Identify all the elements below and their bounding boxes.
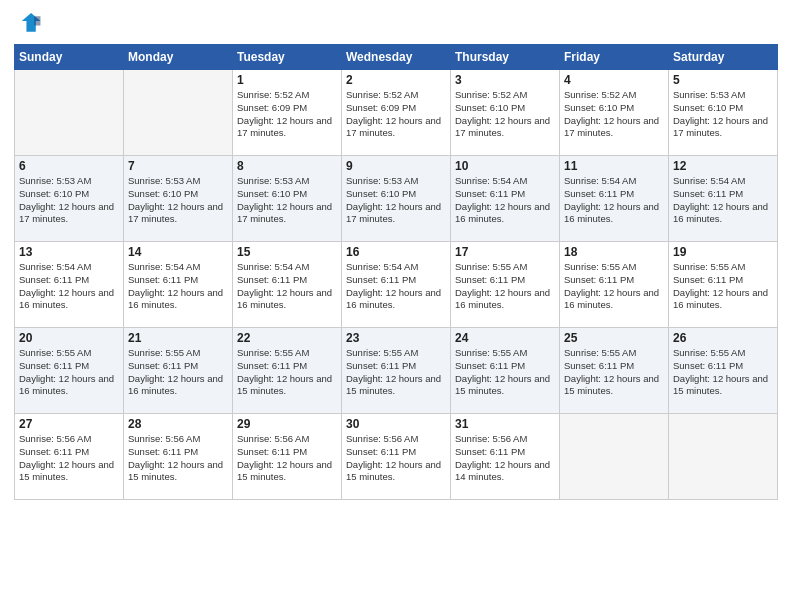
- day-number: 13: [19, 245, 119, 259]
- calendar-cell: 21Sunrise: 5:55 AMSunset: 6:11 PMDayligh…: [124, 328, 233, 414]
- logo: [14, 10, 46, 38]
- day-number: 19: [673, 245, 773, 259]
- calendar-cell: 29Sunrise: 5:56 AMSunset: 6:11 PMDayligh…: [233, 414, 342, 500]
- day-number: 16: [346, 245, 446, 259]
- calendar-cell: 22Sunrise: 5:55 AMSunset: 6:11 PMDayligh…: [233, 328, 342, 414]
- day-number: 1: [237, 73, 337, 87]
- day-number: 9: [346, 159, 446, 173]
- calendar-cell: 1Sunrise: 5:52 AMSunset: 6:09 PMDaylight…: [233, 70, 342, 156]
- day-info: Sunrise: 5:53 AMSunset: 6:10 PMDaylight:…: [673, 89, 773, 140]
- day-info: Sunrise: 5:56 AMSunset: 6:11 PMDaylight:…: [237, 433, 337, 484]
- col-header-monday: Monday: [124, 45, 233, 70]
- calendar-cell: 30Sunrise: 5:56 AMSunset: 6:11 PMDayligh…: [342, 414, 451, 500]
- day-info: Sunrise: 5:53 AMSunset: 6:10 PMDaylight:…: [237, 175, 337, 226]
- day-number: 26: [673, 331, 773, 345]
- day-number: 12: [673, 159, 773, 173]
- day-info: Sunrise: 5:54 AMSunset: 6:11 PMDaylight:…: [19, 261, 119, 312]
- day-number: 22: [237, 331, 337, 345]
- day-info: Sunrise: 5:55 AMSunset: 6:11 PMDaylight:…: [564, 261, 664, 312]
- day-info: Sunrise: 5:54 AMSunset: 6:11 PMDaylight:…: [455, 175, 555, 226]
- day-info: Sunrise: 5:55 AMSunset: 6:11 PMDaylight:…: [564, 347, 664, 398]
- day-number: 10: [455, 159, 555, 173]
- calendar-cell: 15Sunrise: 5:54 AMSunset: 6:11 PMDayligh…: [233, 242, 342, 328]
- calendar-cell: 19Sunrise: 5:55 AMSunset: 6:11 PMDayligh…: [669, 242, 778, 328]
- calendar-cell: 14Sunrise: 5:54 AMSunset: 6:11 PMDayligh…: [124, 242, 233, 328]
- col-header-tuesday: Tuesday: [233, 45, 342, 70]
- calendar-cell: 7Sunrise: 5:53 AMSunset: 6:10 PMDaylight…: [124, 156, 233, 242]
- calendar-cell: 24Sunrise: 5:55 AMSunset: 6:11 PMDayligh…: [451, 328, 560, 414]
- day-number: 30: [346, 417, 446, 431]
- calendar-header-row: SundayMondayTuesdayWednesdayThursdayFrid…: [15, 45, 778, 70]
- day-number: 27: [19, 417, 119, 431]
- day-info: Sunrise: 5:54 AMSunset: 6:11 PMDaylight:…: [564, 175, 664, 226]
- day-number: 17: [455, 245, 555, 259]
- calendar-cell: 5Sunrise: 5:53 AMSunset: 6:10 PMDaylight…: [669, 70, 778, 156]
- svg-marker-1: [34, 16, 40, 25]
- day-info: Sunrise: 5:52 AMSunset: 6:10 PMDaylight:…: [455, 89, 555, 140]
- col-header-thursday: Thursday: [451, 45, 560, 70]
- calendar-cell: 17Sunrise: 5:55 AMSunset: 6:11 PMDayligh…: [451, 242, 560, 328]
- calendar-cell: 25Sunrise: 5:55 AMSunset: 6:11 PMDayligh…: [560, 328, 669, 414]
- day-number: 15: [237, 245, 337, 259]
- calendar-cell: 2Sunrise: 5:52 AMSunset: 6:09 PMDaylight…: [342, 70, 451, 156]
- day-info: Sunrise: 5:53 AMSunset: 6:10 PMDaylight:…: [346, 175, 446, 226]
- day-info: Sunrise: 5:56 AMSunset: 6:11 PMDaylight:…: [19, 433, 119, 484]
- calendar-week-1: 1Sunrise: 5:52 AMSunset: 6:09 PMDaylight…: [15, 70, 778, 156]
- day-number: 11: [564, 159, 664, 173]
- calendar-cell: 27Sunrise: 5:56 AMSunset: 6:11 PMDayligh…: [15, 414, 124, 500]
- calendar-cell: 26Sunrise: 5:55 AMSunset: 6:11 PMDayligh…: [669, 328, 778, 414]
- calendar-cell: [669, 414, 778, 500]
- day-number: 18: [564, 245, 664, 259]
- day-number: 21: [128, 331, 228, 345]
- calendar-week-2: 6Sunrise: 5:53 AMSunset: 6:10 PMDaylight…: [15, 156, 778, 242]
- day-info: Sunrise: 5:52 AMSunset: 6:09 PMDaylight:…: [237, 89, 337, 140]
- calendar-week-5: 27Sunrise: 5:56 AMSunset: 6:11 PMDayligh…: [15, 414, 778, 500]
- calendar-week-3: 13Sunrise: 5:54 AMSunset: 6:11 PMDayligh…: [15, 242, 778, 328]
- day-number: 4: [564, 73, 664, 87]
- calendar-cell: 28Sunrise: 5:56 AMSunset: 6:11 PMDayligh…: [124, 414, 233, 500]
- day-info: Sunrise: 5:55 AMSunset: 6:11 PMDaylight:…: [346, 347, 446, 398]
- calendar-week-4: 20Sunrise: 5:55 AMSunset: 6:11 PMDayligh…: [15, 328, 778, 414]
- day-number: 7: [128, 159, 228, 173]
- calendar-cell: 23Sunrise: 5:55 AMSunset: 6:11 PMDayligh…: [342, 328, 451, 414]
- day-number: 6: [19, 159, 119, 173]
- calendar-cell: [124, 70, 233, 156]
- day-info: Sunrise: 5:54 AMSunset: 6:11 PMDaylight:…: [128, 261, 228, 312]
- day-info: Sunrise: 5:52 AMSunset: 6:10 PMDaylight:…: [564, 89, 664, 140]
- calendar-cell: 4Sunrise: 5:52 AMSunset: 6:10 PMDaylight…: [560, 70, 669, 156]
- day-info: Sunrise: 5:55 AMSunset: 6:11 PMDaylight:…: [128, 347, 228, 398]
- day-number: 29: [237, 417, 337, 431]
- day-info: Sunrise: 5:52 AMSunset: 6:09 PMDaylight:…: [346, 89, 446, 140]
- calendar-cell: [15, 70, 124, 156]
- day-number: 24: [455, 331, 555, 345]
- day-number: 31: [455, 417, 555, 431]
- day-info: Sunrise: 5:53 AMSunset: 6:10 PMDaylight:…: [19, 175, 119, 226]
- day-info: Sunrise: 5:55 AMSunset: 6:11 PMDaylight:…: [455, 347, 555, 398]
- day-number: 25: [564, 331, 664, 345]
- calendar-cell: 8Sunrise: 5:53 AMSunset: 6:10 PMDaylight…: [233, 156, 342, 242]
- day-number: 5: [673, 73, 773, 87]
- day-info: Sunrise: 5:55 AMSunset: 6:11 PMDaylight:…: [19, 347, 119, 398]
- day-info: Sunrise: 5:55 AMSunset: 6:11 PMDaylight:…: [673, 347, 773, 398]
- col-header-wednesday: Wednesday: [342, 45, 451, 70]
- day-number: 23: [346, 331, 446, 345]
- calendar-cell: 20Sunrise: 5:55 AMSunset: 6:11 PMDayligh…: [15, 328, 124, 414]
- page: SundayMondayTuesdayWednesdayThursdayFrid…: [0, 0, 792, 612]
- calendar-cell: 10Sunrise: 5:54 AMSunset: 6:11 PMDayligh…: [451, 156, 560, 242]
- calendar-cell: 16Sunrise: 5:54 AMSunset: 6:11 PMDayligh…: [342, 242, 451, 328]
- day-info: Sunrise: 5:55 AMSunset: 6:11 PMDaylight:…: [673, 261, 773, 312]
- calendar-cell: 18Sunrise: 5:55 AMSunset: 6:11 PMDayligh…: [560, 242, 669, 328]
- day-info: Sunrise: 5:56 AMSunset: 6:11 PMDaylight:…: [346, 433, 446, 484]
- day-info: Sunrise: 5:56 AMSunset: 6:11 PMDaylight:…: [455, 433, 555, 484]
- logo-icon: [14, 10, 42, 38]
- day-number: 8: [237, 159, 337, 173]
- calendar: SundayMondayTuesdayWednesdayThursdayFrid…: [14, 44, 778, 500]
- day-info: Sunrise: 5:56 AMSunset: 6:11 PMDaylight:…: [128, 433, 228, 484]
- day-info: Sunrise: 5:53 AMSunset: 6:10 PMDaylight:…: [128, 175, 228, 226]
- col-header-sunday: Sunday: [15, 45, 124, 70]
- calendar-cell: 11Sunrise: 5:54 AMSunset: 6:11 PMDayligh…: [560, 156, 669, 242]
- header: [14, 10, 778, 38]
- day-info: Sunrise: 5:55 AMSunset: 6:11 PMDaylight:…: [455, 261, 555, 312]
- day-info: Sunrise: 5:54 AMSunset: 6:11 PMDaylight:…: [237, 261, 337, 312]
- calendar-cell: 12Sunrise: 5:54 AMSunset: 6:11 PMDayligh…: [669, 156, 778, 242]
